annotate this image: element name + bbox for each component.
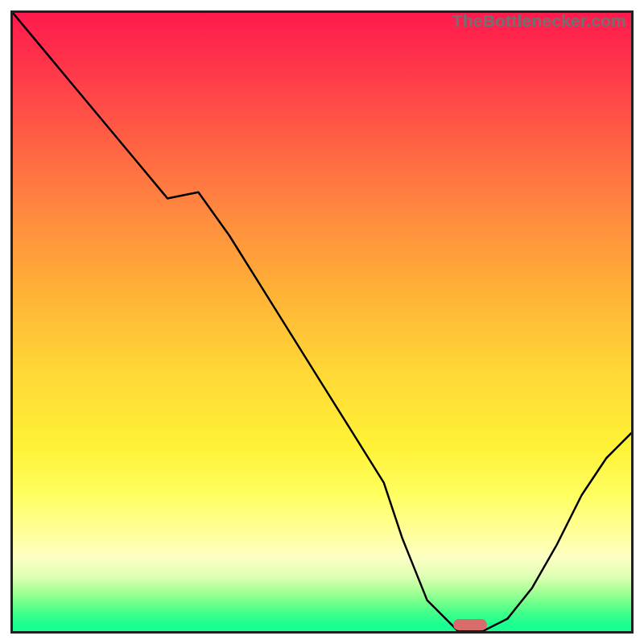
optimal-marker bbox=[453, 619, 487, 630]
plot-area: TheBottlenecker.com bbox=[10, 10, 634, 634]
attribution-label: TheBottlenecker.com bbox=[452, 11, 626, 31]
bottleneck-curve bbox=[13, 13, 631, 631]
